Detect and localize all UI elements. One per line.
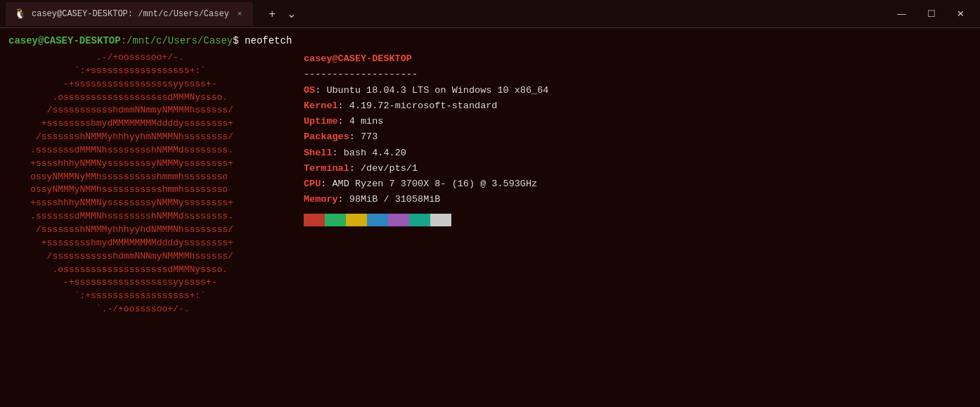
shell-value: bash 4.4.20 (338, 148, 406, 158)
prompt-line: casey@CASEY-DESKTOP:/mnt/c/Users/Casey$ … (8, 34, 972, 49)
kernel-colon: : (338, 101, 344, 111)
ascii-art: .-/+oossssoo+/-. `:+ssssssssssssssssss+:… (8, 51, 276, 316)
info-memory: Memory: 98MiB / 31058MiB (304, 192, 548, 207)
new-tab-button[interactable]: + (264, 5, 279, 23)
os-label: OS (304, 85, 315, 96)
info-os: OS: Ubuntu 18.04.3 LTS on Windows 10 x86… (304, 83, 548, 98)
packages-label: Packages (304, 131, 349, 142)
info-terminal: Terminal: /dev/pts/1 (304, 161, 548, 176)
packages-value: 773 (355, 131, 378, 142)
os-value: Ubuntu 18.04.3 LTS on Windows 10 x86_64 (321, 85, 548, 96)
info-panel: casey@CASEY-DESKTOP --------------------… (304, 51, 548, 316)
prompt-dollar: $ (233, 35, 238, 46)
memory-colon: : (338, 194, 344, 205)
terminal-label: Terminal (304, 163, 349, 174)
username-text: casey@CASEY-DESKTOP (304, 53, 412, 64)
packages-colon: : (349, 131, 355, 142)
titlebar-left: 🐧 casey@CASEY-DESKTOP: /mnt/c/Users/Case… (6, 2, 300, 26)
tab-close-button[interactable]: × (235, 8, 245, 20)
cpu-value: AMD Ryzen 7 3700X 8- (16) @ 3.593GHz (326, 179, 537, 189)
dropdown-button[interactable]: ⌄ (283, 4, 300, 23)
color-swatch-1 (325, 214, 346, 226)
info-uptime: Uptime: 4 mins (304, 114, 548, 129)
tab-title: casey@CASEY-DESKTOP: /mnt/c/Users/Casey (32, 9, 229, 19)
color-swatch-0 (304, 214, 325, 226)
prompt-path: :/mnt/c/Users/Casey (121, 35, 233, 46)
info-shell: Shell: bash 4.4.20 (304, 146, 548, 161)
info-packages: Packages: 773 (304, 129, 548, 145)
info-cpu: CPU: AMD Ryzen 7 3700X 8- (16) @ 3.593GH… (304, 176, 548, 192)
shell-label: Shell (304, 148, 333, 158)
info-kernel: Kernel: 4.19.72-microsoft-standard (304, 98, 548, 114)
info-separator-line: -------------------- (304, 67, 548, 82)
maximize-button[interactable]: ☐ (917, 0, 946, 28)
titlebar: 🐧 casey@CASEY-DESKTOP: /mnt/c/Users/Case… (0, 0, 980, 28)
neofetch-container: .-/+oossssoo+/-. `:+ssssssssssssssssss+:… (8, 51, 972, 316)
terminal-colon: : (349, 163, 355, 174)
minimize-button[interactable]: — (887, 0, 916, 28)
shell-colon: : (333, 148, 338, 158)
color-swatch-6 (430, 214, 451, 226)
color-swatch-5 (409, 214, 430, 226)
uptime-label: Uptime (304, 116, 338, 127)
uptime-colon: : (338, 116, 344, 127)
color-swatches (304, 214, 548, 226)
window-controls: — ☐ ✕ (887, 0, 974, 28)
cpu-label: CPU (304, 179, 321, 189)
memory-value: 98MiB / 31058MiB (344, 194, 441, 205)
color-swatch-2 (346, 214, 367, 226)
close-button[interactable]: ✕ (947, 0, 974, 28)
prompt-user: casey@CASEY-DESKTOP (8, 35, 121, 46)
memory-label: Memory (304, 194, 338, 205)
prompt-cmd: neofetch (239, 35, 292, 46)
kernel-label: Kernel (304, 101, 338, 111)
terminal-icon: 🐧 (14, 8, 26, 20)
terminal[interactable]: casey@CASEY-DESKTOP:/mnt/c/Users/Casey$ … (0, 28, 980, 407)
separator-text: -------------------- (304, 69, 418, 79)
titlebar-actions: + ⌄ (264, 4, 299, 23)
terminal-value: /dev/pts/1 (355, 163, 418, 174)
kernel-value: 4.19.72-microsoft-standard (344, 101, 498, 111)
info-username: casey@CASEY-DESKTOP (304, 51, 548, 67)
active-tab[interactable]: 🐧 casey@CASEY-DESKTOP: /mnt/c/Users/Case… (6, 2, 253, 26)
uptime-value: 4 mins (344, 116, 384, 127)
color-swatch-4 (388, 214, 409, 226)
color-swatch-3 (367, 214, 388, 226)
